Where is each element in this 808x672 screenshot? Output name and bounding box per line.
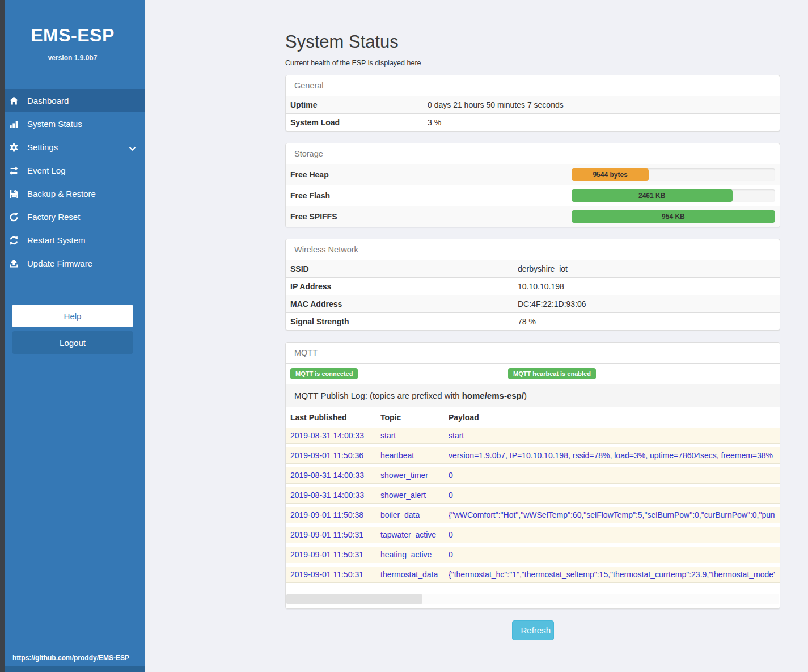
table-row: Free Flash2461 KB [286,185,780,206]
sidebar-item-factory-reset[interactable]: Factory Reset [0,205,145,229]
app-version: version 1.9.0b7 [0,54,145,62]
home-icon [9,96,19,105]
sidebar-item-system-status[interactable]: System Status [0,112,145,136]
exchange-arrows-icon [9,166,19,175]
refresh-button[interactable]: Refresh [512,620,554,640]
row-value: 0 days 21 hours 50 minutes 7 seconds [428,100,564,109]
log-last-published: 2019-09-01 11:50:31 [290,530,380,539]
status-badge: MQTT is connected [290,368,358,379]
github-link[interactable]: https://github.com/proddy/EMS-ESP [0,654,145,666]
mqtt-log-row: 2019-09-01 11:50:31thermostat_data{"ther… [286,567,780,583]
progress-bar-fill: 954 KB [572,210,775,223]
log-payload: {"wWComfort":"Hot","wWSelTemp":60,"selFl… [449,510,775,519]
sidebar-item-label: Backup & Restore [27,189,96,198]
row-label: Signal Strength [290,317,518,326]
sidebar-item-label: Factory Reset [27,212,80,222]
gear-icon [9,142,19,152]
sidebar-item-label: System Status [27,119,82,129]
panel-general-header: General [286,75,780,96]
sidebar-item-event-log[interactable]: Event Log [0,159,145,182]
log-payload: 0 [449,550,775,559]
restart-sync-icon [9,235,19,245]
sidebar-item-label: Settings [27,142,58,152]
progress-bar-track: 954 KB [572,210,775,223]
mqtt-log-row: 2019-08-31 14:00:33shower_timer0 [286,467,780,484]
status-badge: MQTT hearbeat is enabled [508,368,596,379]
row-value: derbyshire_iot [518,264,568,273]
column-payload: Payload [449,413,775,422]
logout-button[interactable]: Logout [12,331,133,354]
row-value: 3 % [428,118,441,127]
sidebar-item-label: Update Firmware [27,259,92,268]
progress-bar-track: 2461 KB [572,189,775,202]
table-row: Uptime0 days 21 hours 50 minutes 7 secon… [286,96,780,113]
panel-storage-header: Storage [286,143,780,164]
mqtt-log-row: 2019-09-01 11:50:31tapwater_active0 [286,527,780,543]
panel-storage: Storage Free Heap9544 bytesFree Flash246… [285,143,780,227]
table-row: IP Address10.10.10.198 [286,277,780,295]
mqtt-log-row: 2019-09-01 11:50:31heating_active0 [286,547,780,563]
general-table: Uptime0 days 21 hours 50 minutes 7 secon… [286,96,780,131]
log-payload: 0 [449,530,775,539]
sidebar-menu: DashboardSystem StatusSettingsEvent LogB… [0,89,145,275]
log-last-published: 2019-08-31 14:00:33 [290,431,380,440]
row-label: Free Flash [290,191,572,200]
mqtt-topic-prefix: home/ems-esp/ [462,391,524,400]
log-topic: start [380,431,449,440]
upload-icon [9,259,19,268]
row-label: Free Heap [290,170,572,179]
log-last-published: 2019-08-31 14:00:33 [290,491,380,500]
reset-arrow-icon [9,212,19,222]
table-row: Free Heap9544 bytes [286,164,780,185]
column-topic: Topic [380,413,449,422]
log-topic: shower_alert [380,491,449,500]
mqtt-log-row: 2019-08-31 14:00:33shower_alert0 [286,487,780,504]
panel-wireless: Wireless Network SSIDderbyshire_iotIP Ad… [285,239,780,331]
mqtt-status-badges: MQTT is connectedMQTT hearbeat is enable… [286,363,780,384]
progress-bar-fill: 2461 KB [572,189,733,202]
window-edge-strip [0,0,5,672]
mqtt-log-header-row: Last Published Topic Payload [286,407,780,428]
panel-mqtt: MQTT MQTT is connectedMQTT hearbeat is e… [285,342,780,609]
table-row: Signal Strength78 % [286,312,780,330]
mqtt-log-row: 2019-09-01 11:50:38boiler_data{"wWComfor… [286,507,780,523]
sidebar-item-label: Event Log [27,166,66,175]
log-topic: tapwater_active [380,530,449,539]
log-last-published: 2019-08-31 14:00:33 [290,471,380,480]
log-topic: heating_active [380,550,449,559]
row-value: DC:4F:22:1D:93:06 [518,299,586,308]
row-value: 10.10.10.198 [518,282,564,291]
horizontal-scrollbar-track[interactable] [286,594,779,604]
column-last-published: Last Published [290,413,380,422]
sidebar-item-restart-system[interactable]: Restart System [0,229,145,252]
mqtt-log-row: 2019-09-01 11:50:36heartbeatversion=1.9.… [286,447,780,464]
app-title: EMS-ESP [0,25,145,46]
sidebar-item-backup-restore[interactable]: Backup & Restore [0,182,145,205]
sidebar-item-update-firmware[interactable]: Update Firmware [0,252,145,275]
app-brand: EMS-ESP version 1.9.0b7 [0,0,145,62]
table-row: Free SPIFFS954 KB [286,206,780,227]
floppy-save-icon [9,189,19,198]
log-topic: heartbeat [380,451,449,460]
storage-table: Free Heap9544 bytesFree Flash2461 KBFree… [286,164,780,227]
chevron-down-icon [129,144,136,150]
sidebar-footer-bar [0,666,145,672]
page-subtitle: Current health of the ESP is displayed h… [285,59,780,67]
bar-chart-icon [9,119,19,129]
horizontal-scrollbar-thumb[interactable] [286,594,422,604]
mqtt-log-row: 2019-08-31 14:00:33startstart [286,428,780,444]
log-payload: 0 [449,471,775,480]
help-button[interactable]: Help [12,305,133,327]
mqtt-log-table: 2019-08-31 14:00:33startstart2019-09-01 … [286,428,780,589]
table-row: MAC AddressDC:4F:22:1D:93:06 [286,295,780,312]
progress-bar-fill: 9544 bytes [572,168,649,181]
log-payload: 0 [449,491,775,500]
log-last-published: 2019-09-01 11:50:38 [290,510,380,519]
log-payload: version=1.9.0b7, IP=10.10.10.198, rssid=… [449,451,775,460]
log-last-published: 2019-09-01 11:50:31 [290,570,380,579]
log-topic: thermostat_data [380,570,449,579]
panel-wireless-header: Wireless Network [286,239,780,260]
sidebar-item-settings[interactable]: Settings [0,136,145,159]
sidebar-item-dashboard[interactable]: Dashboard [0,89,145,112]
log-topic: boiler_data [380,510,449,519]
